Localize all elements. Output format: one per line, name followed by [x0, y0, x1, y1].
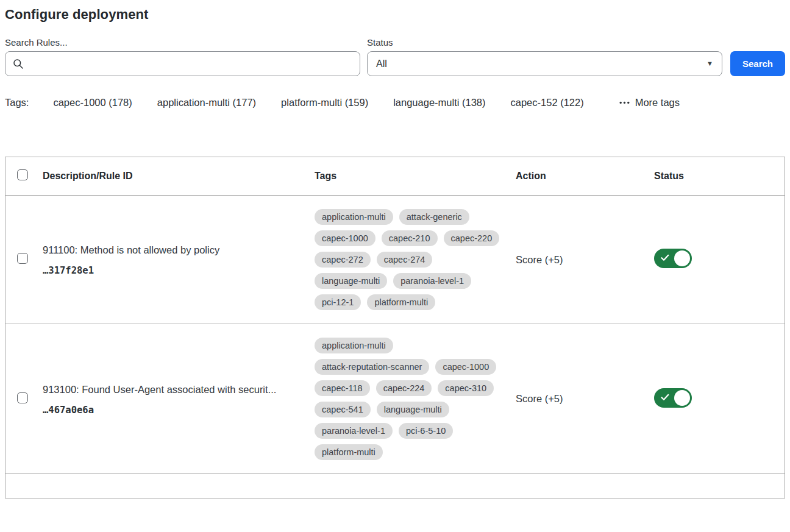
row-checkbox[interactable]: [17, 253, 28, 264]
tag-chip: capec-310: [438, 380, 494, 396]
tag-filter-language-multi[interactable]: language-multi (138): [393, 97, 485, 108]
tag-chip: capec-1000: [435, 359, 496, 375]
tag-chip: paranoia-level-1: [393, 273, 471, 289]
tag-chip: capec-210: [382, 230, 438, 246]
tag-chip: language-multi: [377, 402, 449, 417]
toggle-knob: [674, 390, 690, 406]
tag-chip: application-multi: [315, 209, 393, 225]
filter-bar: Search Rules... Status All ▼ Search: [5, 37, 785, 76]
tag-chip: paranoia-level-1: [315, 423, 393, 439]
tag-chip: capec-118: [315, 380, 370, 396]
tag-filter-platform-multi[interactable]: platform-multi (159): [281, 97, 368, 108]
status-toggle[interactable]: [654, 388, 692, 408]
header-checkbox-cell: [5, 169, 38, 183]
rule-action: Score (+5): [511, 254, 650, 266]
tag-chip: capec-274: [377, 252, 433, 268]
status-selected-value: All: [376, 59, 387, 69]
toggle-knob: [674, 250, 690, 266]
tag-chip: platform-multi: [315, 444, 383, 460]
tag-filter-capec-1000[interactable]: capec-1000 (178): [53, 97, 132, 108]
ellipsis-icon: [619, 101, 630, 104]
table-row-partial: [5, 473, 785, 498]
page-title: Configure deployment: [5, 6, 785, 23]
more-tags-button[interactable]: More tags: [619, 97, 680, 108]
configure-deployment-page: Configure deployment Search Rules... Sta…: [0, 0, 790, 498]
check-icon: [661, 254, 669, 261]
table-header-row: Description/Rule ID Tags Action Status: [5, 157, 785, 195]
search-icon: [13, 59, 24, 69]
rule-tags: application-multiattack-genericcapec-100…: [310, 196, 511, 324]
rule-description: 911100: Method is not allowed by policy: [43, 243, 310, 257]
tag-chip: capec-220: [444, 230, 500, 246]
status-filter-group: Status All ▼: [367, 37, 722, 76]
tag-chip: capec-224: [376, 380, 432, 396]
search-rules-label: Search Rules...: [5, 37, 360, 48]
tag-chip: attack-generic: [399, 209, 469, 225]
search-input[interactable]: [29, 58, 352, 69]
rules-table: Description/Rule ID Tags Action Status 9…: [5, 157, 785, 498]
rule-description: 913100: Found User-Agent associated with…: [43, 383, 310, 396]
tag-chip: capec-1000: [315, 230, 375, 246]
tag-chip: capec-272: [315, 252, 371, 268]
search-rules-group: Search Rules...: [5, 37, 360, 76]
rule-id: …317f28e1: [43, 265, 310, 276]
caret-down-icon: ▼: [706, 60, 713, 67]
table-row: 911100: Method is not allowed by policy …: [5, 195, 785, 324]
column-header-description: Description/Rule ID: [38, 171, 310, 182]
table-row: 913100: Found User-Agent associated with…: [5, 324, 785, 473]
status-select[interactable]: All ▼: [367, 51, 722, 76]
tag-chip: language-multi: [315, 273, 387, 289]
rule-action: Score (+5): [511, 393, 650, 405]
tag-filter-application-multi[interactable]: application-multi (177): [157, 97, 256, 108]
select-all-checkbox[interactable]: [17, 169, 28, 180]
tags-label: Tags:: [5, 97, 29, 108]
search-field[interactable]: [5, 51, 360, 76]
search-button[interactable]: Search: [730, 51, 785, 76]
row-checkbox[interactable]: [17, 392, 28, 403]
column-header-action: Action: [511, 171, 650, 182]
rule-tags: application-multiattack-reputation-scann…: [310, 324, 511, 473]
tag-chip: pci-12-1: [315, 294, 361, 310]
tag-chip: pci-6-5-10: [399, 423, 453, 439]
rule-id: …467a0e6a: [43, 405, 310, 416]
more-tags-label: More tags: [635, 97, 680, 108]
column-header-status: Status: [650, 171, 785, 182]
status-toggle[interactable]: [654, 249, 692, 268]
tag-chip: attack-reputation-scanner: [315, 359, 429, 375]
tag-filter-capec-152[interactable]: capec-152 (122): [511, 97, 584, 108]
table-body: 911100: Method is not allowed by policy …: [5, 195, 785, 498]
tag-chip: platform-multi: [367, 294, 435, 310]
column-header-tags: Tags: [310, 171, 511, 182]
tags-bar: Tags: capec-1000 (178) application-multi…: [5, 97, 785, 108]
status-label: Status: [367, 37, 722, 48]
tag-chip: capec-541: [315, 402, 371, 417]
check-icon: [661, 394, 669, 401]
tag-chip: application-multi: [315, 338, 393, 353]
